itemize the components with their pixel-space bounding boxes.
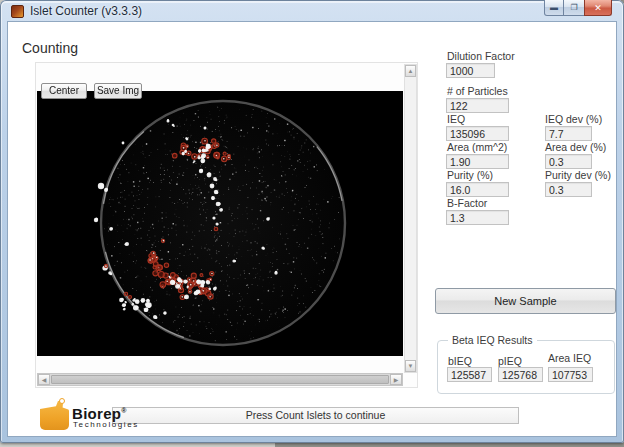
pieq-field[interactable]	[498, 367, 543, 382]
scroll-right-icon[interactable]: ▶	[390, 374, 402, 385]
biorep-logo: Biorep® Technologies	[38, 397, 148, 433]
particles-label: # of Particles	[447, 85, 508, 97]
area-ieq-label: Area IEQ	[548, 352, 591, 364]
scroll-up-icon[interactable]: ▲	[405, 65, 416, 77]
biorep-ring-icon	[59, 398, 65, 404]
area-field[interactable]	[446, 154, 509, 169]
ieq-label: IEQ	[447, 113, 465, 125]
horizontal-scrollbar[interactable]: ◀ ▶	[37, 373, 403, 386]
scroll-down-icon[interactable]: ▼	[405, 360, 416, 372]
bieq-label: bIEQ	[448, 355, 472, 367]
minimize-button[interactable]: ▬	[544, 0, 564, 16]
area-dev-field[interactable]	[545, 154, 592, 169]
bfactor-field[interactable]	[446, 210, 509, 225]
biorep-hand-icon	[40, 401, 69, 430]
scroll-left-icon[interactable]: ◀	[38, 374, 50, 385]
area-ieq-field[interactable]	[548, 367, 593, 382]
dilution-factor-label: Dilution Factor	[447, 50, 515, 62]
pieq-label: pIEQ	[498, 355, 522, 367]
purity-dev-field[interactable]	[545, 182, 592, 197]
area-dev-label: Area dev (%)	[545, 141, 606, 153]
beta-ieq-group: Beta IEQ Results bIEQ pIEQ Area IEQ	[437, 340, 615, 394]
dilution-factor-field[interactable]	[446, 63, 495, 78]
client-area: Counting Center Save Img ▲ ▼ ◀ ▶ Dilutio…	[8, 22, 616, 436]
close-button[interactable]: ✕	[584, 0, 612, 16]
purity-field[interactable]	[446, 182, 509, 197]
islet-image[interactable]	[37, 91, 403, 356]
save-img-button[interactable]: Save Img	[94, 83, 142, 99]
title-bar[interactable]: Islet Counter (v3.3.3) ▬ ❐ ✕	[0, 0, 624, 22]
page-title: Counting	[22, 40, 78, 56]
brand-sub: Technologies	[73, 420, 139, 429]
bieq-field[interactable]	[447, 367, 492, 382]
ieq-dev-field[interactable]	[545, 126, 592, 141]
beta-ieq-title: Beta IEQ Results	[448, 334, 537, 346]
vertical-scrollbar[interactable]: ▲ ▼	[404, 64, 417, 373]
status-bar: Press Count Islets to continue	[112, 407, 519, 424]
app-icon	[11, 5, 24, 18]
ieq-field[interactable]	[446, 126, 509, 141]
new-sample-button[interactable]: New Sample	[435, 288, 616, 314]
maximize-button[interactable]: ❐	[564, 0, 584, 16]
particles-field[interactable]	[446, 98, 509, 113]
ieq-dev-label: IEQ dev (%)	[545, 113, 602, 125]
purity-label: Purity (%)	[447, 169, 493, 181]
caption-buttons: ▬ ❐ ✕	[544, 0, 612, 16]
image-viewer-panel: Center Save Img ▲ ▼ ◀ ▶	[35, 62, 418, 388]
center-button[interactable]: Center	[41, 83, 87, 99]
scrollbar-thumb[interactable]	[51, 375, 389, 384]
app-window: Islet Counter (v3.3.3) ▬ ❐ ✕ Counting Ce…	[0, 0, 624, 443]
window-title: Islet Counter (v3.3.3)	[30, 4, 142, 18]
registered-mark: ®	[121, 407, 126, 414]
purity-dev-label: Purity dev (%)	[545, 169, 611, 181]
dish-canvas	[37, 91, 403, 356]
area-label: Area (mm^2)	[447, 141, 507, 153]
bfactor-label: B-Factor	[447, 197, 487, 209]
